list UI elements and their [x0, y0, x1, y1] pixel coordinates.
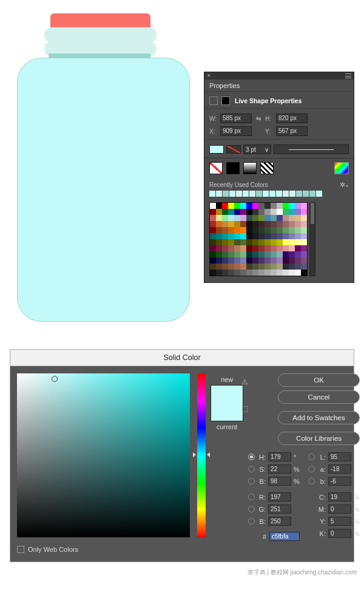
palette-swatch[interactable] [295, 215, 301, 221]
palette-swatch[interactable] [295, 245, 301, 251]
palette-swatch[interactable] [216, 203, 222, 209]
palette-swatch[interactable] [252, 251, 258, 257]
palette-swatch[interactable] [222, 203, 228, 209]
palette-swatch[interactable] [295, 270, 301, 276]
bl-input[interactable]: 250 [268, 517, 291, 526]
a-radio[interactable] [308, 466, 315, 472]
palette-swatch[interactable] [277, 245, 283, 251]
palette-swatch[interactable] [240, 227, 246, 233]
palette-swatch[interactable] [258, 215, 265, 221]
palette-swatch[interactable] [271, 209, 277, 215]
palette-swatch[interactable] [228, 245, 234, 251]
recent-swatch[interactable] [209, 191, 215, 197]
palette-swatch[interactable] [252, 227, 258, 233]
palette-swatch[interactable] [222, 209, 228, 215]
recent-swatch[interactable] [229, 191, 235, 197]
palette-swatch[interactable] [234, 270, 240, 276]
palette-swatch[interactable] [246, 245, 252, 251]
c-input[interactable]: 19 [328, 492, 351, 501]
palette-swatch[interactable] [289, 239, 295, 245]
recent-swatch[interactable] [256, 191, 262, 197]
palette-swatch[interactable] [246, 251, 252, 257]
palette-swatch[interactable] [216, 215, 222, 221]
palette-swatch[interactable] [265, 270, 271, 276]
fill-gradient-icon[interactable] [243, 162, 257, 174]
palette-swatch[interactable] [289, 203, 295, 209]
add-to-swatches-button[interactable]: Add to Swatches [278, 411, 360, 424]
palette-swatch[interactable] [289, 209, 295, 215]
palette-swatch[interactable] [246, 203, 252, 209]
palette-swatch[interactable] [277, 251, 283, 257]
l-radio[interactable] [308, 454, 315, 460]
palette-swatch[interactable] [271, 215, 277, 221]
recent-swatch[interactable] [296, 191, 302, 197]
palette-swatch[interactable] [222, 251, 228, 257]
palette-swatch[interactable] [228, 257, 234, 264]
palette-swatch[interactable] [301, 221, 307, 227]
palette-swatch[interactable] [234, 245, 240, 251]
palette-scrollbar[interactable] [309, 202, 315, 276]
palette-swatch[interactable] [277, 239, 283, 245]
palette-swatch[interactable] [301, 257, 307, 264]
palette-swatch[interactable] [252, 270, 258, 276]
palette-swatch[interactable] [246, 221, 252, 227]
palette-swatch[interactable] [289, 264, 295, 270]
palette-swatch[interactable] [228, 270, 234, 276]
palette-swatch[interactable] [228, 264, 234, 270]
palette-swatch[interactable] [283, 203, 289, 209]
panel-title[interactable]: Properties [204, 80, 354, 92]
palette-swatch[interactable] [258, 221, 265, 227]
y-input[interactable]: 5 [328, 517, 351, 526]
palette-swatch[interactable] [258, 245, 265, 251]
palette-swatch[interactable] [265, 245, 271, 251]
palette-swatch[interactable] [240, 257, 246, 264]
palette-swatch[interactable] [234, 233, 240, 239]
palette-swatch[interactable] [271, 251, 277, 257]
palette-swatch[interactable] [252, 233, 258, 239]
recent-swatch[interactable] [309, 191, 315, 197]
palette-swatch[interactable] [277, 209, 283, 215]
palette-swatch[interactable] [234, 221, 240, 227]
palette-swatch[interactable] [283, 251, 289, 257]
palette-swatch[interactable] [246, 264, 252, 270]
palette-swatch[interactable] [289, 251, 295, 257]
recent-swatch[interactable] [216, 191, 222, 197]
current-color-swatch[interactable] [211, 403, 243, 421]
palette-swatch[interactable] [283, 257, 289, 264]
palette-swatch[interactable] [283, 227, 289, 233]
color-libraries-button[interactable]: Color Libraries [278, 432, 360, 445]
stroke-swatch[interactable] [226, 145, 241, 154]
palette-swatch[interactable] [258, 264, 265, 270]
x-input[interactable]: 909 px [220, 126, 252, 136]
palette-swatch[interactable] [240, 203, 246, 209]
palette-swatch[interactable] [258, 251, 265, 257]
palette-swatch[interactable] [277, 203, 283, 209]
palette-swatch[interactable] [289, 245, 295, 251]
palette-swatch[interactable] [252, 239, 258, 245]
palette-swatch[interactable] [222, 221, 228, 227]
palette-swatch[interactable] [228, 251, 234, 257]
g-input[interactable]: 251 [268, 505, 291, 514]
width-input[interactable]: 585 px [220, 114, 252, 123]
palette-swatch[interactable] [234, 257, 240, 264]
s-radio[interactable] [248, 466, 255, 472]
r-radio[interactable] [248, 494, 255, 500]
palette-swatch[interactable] [246, 227, 252, 233]
palette-swatch[interactable] [289, 257, 295, 264]
palette-swatch[interactable] [228, 227, 234, 233]
palette-swatch[interactable] [210, 264, 216, 270]
palette-swatch[interactable] [240, 233, 246, 239]
palette-swatch[interactable] [258, 270, 265, 276]
palette-swatch[interactable] [210, 233, 216, 239]
color-field[interactable] [17, 373, 190, 537]
palette-swatch[interactable] [222, 257, 228, 264]
palette-swatch[interactable] [240, 221, 246, 227]
palette-swatch[interactable] [301, 227, 307, 233]
palette-swatch[interactable] [228, 239, 234, 245]
palette-swatch[interactable] [258, 239, 265, 245]
palette-swatch[interactable] [283, 209, 289, 215]
palette-swatch[interactable] [271, 270, 277, 276]
palette-swatch[interactable] [234, 215, 240, 221]
palette-swatch[interactable] [265, 239, 271, 245]
palette-swatch[interactable] [216, 257, 222, 264]
